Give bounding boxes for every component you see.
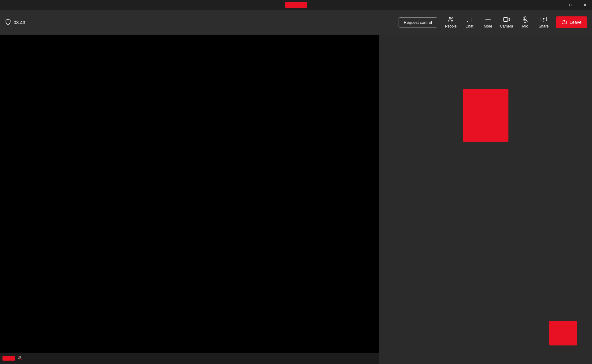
toolbar-actions: Request control: [399, 17, 437, 28]
timer-section: 03:43: [5, 19, 399, 26]
right-panel: [379, 35, 592, 364]
request-control-button[interactable]: Request control: [399, 17, 437, 28]
share-label: Share: [539, 24, 549, 28]
maximize-button[interactable]: ☐: [564, 0, 578, 10]
svg-point-0: [449, 17, 451, 19]
camera-button[interactable]: Camera: [498, 12, 515, 32]
svg-point-1: [452, 18, 453, 19]
titlebar: ─ ☐ ✕: [0, 0, 592, 10]
mute-icon: [17, 356, 22, 362]
close-button[interactable]: ✕: [578, 0, 592, 10]
svg-point-4: [489, 19, 490, 20]
svg-point-3: [487, 19, 489, 20]
mic-label: Mic: [522, 24, 528, 28]
people-button[interactable]: People: [442, 12, 460, 32]
more-label: More: [484, 24, 492, 28]
leave-icon: [562, 19, 567, 25]
chat-label: Chat: [465, 24, 473, 28]
title-red-pill: [285, 2, 307, 8]
people-icon: [447, 16, 454, 23]
svg-rect-5: [503, 18, 508, 22]
svg-point-2: [486, 19, 487, 20]
chat-icon: [466, 16, 473, 23]
bottom-bar: [0, 353, 379, 364]
video-area: [0, 35, 379, 364]
minimize-button[interactable]: ─: [549, 0, 564, 10]
toolbar-icons: People Chat More Camera: [442, 12, 587, 32]
mic-icon: [522, 16, 529, 23]
leave-label: Leave: [570, 20, 581, 25]
camera-icon: [503, 16, 510, 23]
mic-button[interactable]: Mic: [516, 12, 534, 32]
chat-button[interactable]: Chat: [461, 12, 478, 32]
camera-label: Camera: [500, 24, 513, 28]
more-button[interactable]: More: [479, 12, 497, 32]
participant-tile-small: [549, 321, 577, 345]
share-icon: [540, 16, 547, 23]
titlebar-center: [285, 2, 307, 8]
shield-icon: [5, 19, 11, 26]
window-controls: ─ ☐ ✕: [549, 0, 592, 10]
main-content: [0, 35, 592, 364]
call-timer: 03:43: [14, 20, 25, 25]
leave-button[interactable]: Leave: [556, 16, 587, 28]
participant-tile-large: [463, 89, 508, 142]
share-button[interactable]: Share: [535, 12, 552, 32]
bottom-name-pill: [2, 356, 15, 361]
toolbar: 03:43 Request control People Chat: [0, 10, 592, 35]
people-label: People: [445, 24, 456, 28]
more-icon: [485, 16, 491, 23]
